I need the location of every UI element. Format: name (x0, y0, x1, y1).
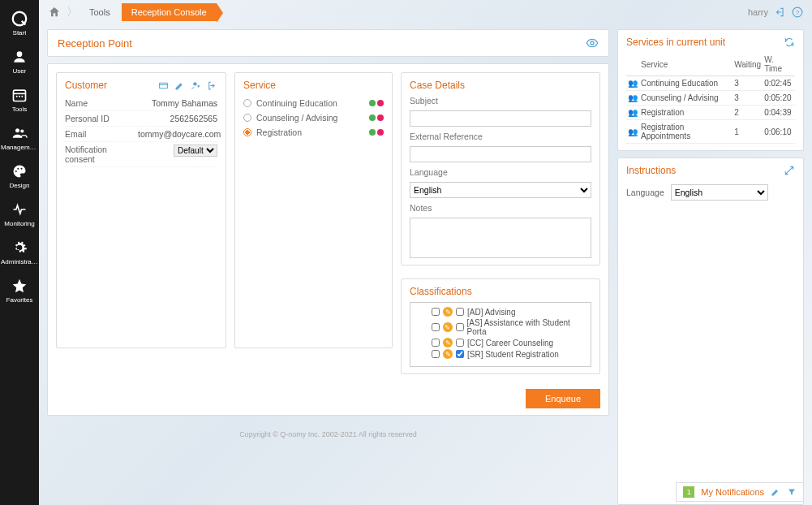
enqueue-button[interactable]: Enqueue (526, 389, 600, 408)
notifications-bar[interactable]: 1 My Notifications (676, 482, 804, 502)
classif-item-1[interactable]: ✎[AS] Assistance with Student Porta (414, 317, 587, 337)
user-add-icon[interactable] (190, 80, 201, 91)
filter-icon[interactable] (787, 487, 797, 497)
language-label: Language (410, 167, 591, 177)
instructions-language-select[interactable]: English (671, 184, 768, 201)
copyright: Copyright © Q-nomy Inc. 2002-2021 All ri… (47, 422, 609, 447)
user-icon (11, 48, 28, 66)
table-row[interactable]: 👥Registration20:04:39 (626, 106, 795, 120)
visibility-icon[interactable] (586, 37, 599, 50)
services-unit-panel: Services in current unit Service Waiting… (617, 29, 804, 151)
svg-point-11 (21, 168, 23, 170)
sidebar-item-favorites[interactable]: Favorites (0, 272, 39, 307)
notif-title: My Notifications (701, 487, 764, 497)
edit-icon[interactable] (174, 80, 185, 91)
svg-point-6 (21, 96, 23, 97)
logo-icon (11, 10, 28, 28)
svg-point-14 (591, 41, 594, 45)
services-unit-title: Services in current unit (626, 37, 725, 48)
notification-consent-select[interactable]: Default (174, 145, 217, 157)
subject-label: Subject (410, 96, 591, 106)
star-icon (11, 277, 28, 295)
sidebar-item-monitoring[interactable]: Monitoring (0, 196, 39, 231)
svg-text:?: ? (796, 9, 799, 16)
services-table: Service Waiting W. Time 👥Continuing Educ… (626, 53, 795, 144)
table-row[interactable]: 👥Counseling / Advising30:05:20 (626, 91, 795, 106)
people-icon (11, 124, 28, 142)
sidebar-item-design[interactable]: Design (0, 158, 39, 192)
sidebar-item-management[interactable]: Management (0, 119, 39, 154)
language-select[interactable]: English (410, 182, 591, 198)
current-user: harry (748, 7, 768, 17)
card-icon[interactable] (157, 80, 169, 91)
classif-item-2[interactable]: ✎[CC] Career Counseling (414, 337, 587, 348)
instructions-panel: Instructions Language English (617, 158, 804, 505)
instructions-body (626, 204, 795, 334)
refresh-icon[interactable] (784, 37, 795, 48)
notes-label: Notes (410, 203, 591, 213)
breadcrumb-tools[interactable]: Tools (83, 4, 117, 20)
extref-input[interactable] (410, 146, 591, 162)
customer-notif-row: Notification consentDefault (65, 142, 217, 167)
gear-icon (11, 239, 28, 257)
home-icon[interactable] (47, 5, 62, 19)
breadcrumb-active: Reception Console (122, 3, 217, 21)
subject-input[interactable] (410, 110, 591, 127)
service-option-2[interactable]: Registration (243, 125, 384, 140)
svg-point-10 (17, 168, 19, 170)
classif-item-0[interactable]: ✎[AD] Advising (414, 306, 587, 317)
customer-pid-row: Personal ID2562562565 (65, 111, 217, 127)
svg-point-7 (15, 128, 19, 132)
help-icon[interactable]: ? (791, 6, 804, 19)
svg-point-5 (19, 96, 20, 97)
customer-email-row: Emailtommy@doycare.com (65, 127, 217, 142)
case-details-panel: Case Details Subject External Reference … (401, 72, 600, 265)
extref-label: External Reference (410, 132, 591, 141)
service-panel: Service Continuing Education Counseling … (234, 72, 393, 348)
sidebar-label: Start (13, 29, 27, 37)
svg-point-17 (193, 82, 196, 85)
customer-title: Customer (65, 80, 107, 91)
pencil-icon[interactable] (771, 487, 780, 497)
service-option-0[interactable]: Continuing Education (243, 96, 384, 110)
classifications-panel: Classifications ✎[AD] Advising ✎[AS] Ass… (401, 278, 600, 374)
case-title: Case Details (410, 80, 465, 91)
customer-panel: Customer NameTommy Bahamas Personal ID25… (56, 72, 226, 348)
table-row[interactable]: 👥Continuing Education30:02:45 (626, 76, 795, 91)
sidebar-item-tools[interactable]: Tools (0, 81, 39, 116)
table-row[interactable]: 👥Registration Appointments10:06:10 (626, 120, 795, 144)
sidebar-item-start[interactable]: Start (0, 5, 39, 40)
page-title: Reception Point (58, 37, 132, 50)
sidebar: Start User Tools Management Design Monit… (0, 0, 39, 505)
chevron-right-icon: 〉 (67, 5, 78, 19)
pulse-icon (11, 201, 28, 218)
svg-point-4 (16, 96, 18, 97)
classifications-list[interactable]: ✎[AD] Advising ✎[AS] Assistance with Stu… (410, 302, 591, 367)
svg-point-9 (15, 170, 17, 172)
notes-textarea[interactable] (410, 218, 591, 258)
service-title: Service (243, 80, 276, 91)
calendar-icon (11, 86, 28, 104)
instructions-title: Instructions (626, 165, 676, 176)
sidebar-item-admin[interactable]: Administrat... (0, 234, 39, 269)
logout-icon[interactable] (773, 6, 786, 19)
expand-icon[interactable] (784, 165, 795, 176)
reception-header: Reception Point (47, 29, 609, 57)
palette-icon (11, 162, 28, 180)
sidebar-item-user[interactable]: User (0, 43, 39, 78)
classif-item-3[interactable]: ✎[SR] Student Registration (414, 348, 587, 360)
svg-point-1 (17, 51, 23, 57)
instructions-language-label: Language (626, 188, 664, 197)
svg-point-8 (20, 129, 24, 132)
customer-name-row: NameTommy Bahamas (65, 96, 217, 111)
exit-icon[interactable] (206, 80, 217, 91)
notif-count-badge: 1 (683, 486, 694, 498)
svg-rect-15 (159, 83, 167, 88)
service-option-1[interactable]: Counseling / Advising (243, 110, 384, 125)
classifications-title: Classifications (410, 286, 472, 297)
topbar: 〉 Tools Reception Console harry ? (39, 0, 812, 24)
